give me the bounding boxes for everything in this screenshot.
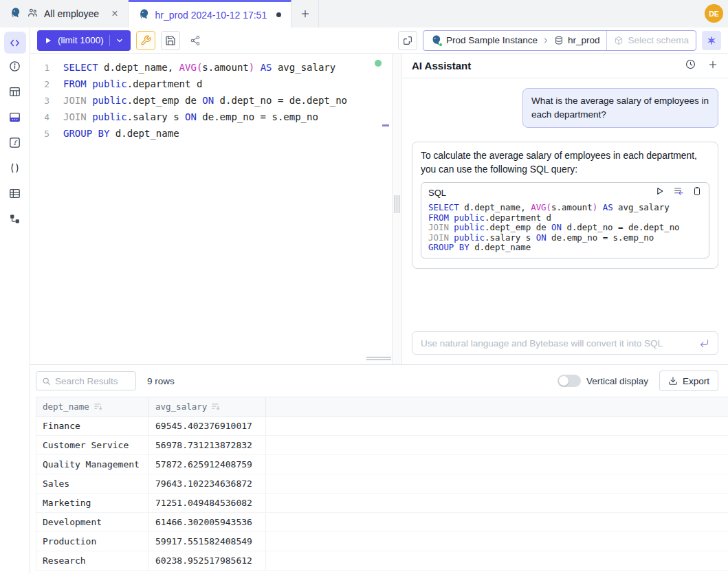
code-line: GROUP BY d.dept_name (428, 242, 702, 252)
column-header-avg-salary[interactable]: avg_salary (149, 397, 266, 416)
code-line: 3JOIN public.dept_emp de ON d.dept_no = … (30, 92, 392, 109)
run-label: (limit 1000) (58, 35, 104, 45)
share-icon (190, 35, 201, 46)
horizontal-grip-icon[interactable] (366, 357, 391, 357)
panel-resize-divider[interactable] (392, 54, 402, 364)
table-row[interactable]: Marketing71251.049484536082 (36, 494, 728, 513)
overview-ruler-mark (382, 124, 389, 126)
function-icon[interactable]: f (8, 136, 21, 149)
table-row[interactable]: Development61466.302005943536 (36, 513, 728, 532)
export-button[interactable]: Export (659, 371, 718, 391)
table-cell[interactable]: 59917.551582408549 (149, 532, 266, 551)
schema-selector[interactable]: Select schema (606, 31, 696, 50)
avatar[interactable]: DE (705, 4, 723, 23)
ai-assistant-button[interactable] (702, 31, 721, 50)
ai-input-box[interactable] (412, 331, 718, 355)
sql-editor[interactable]: 1SELECT d.dept_name, AVG(s.amount) AS av… (30, 54, 392, 364)
copy-icon[interactable] (692, 186, 702, 199)
tab-label: All employee (44, 8, 99, 19)
parentheses-icon[interactable] (8, 162, 21, 175)
sql-editor-lines: 1SELECT d.dept_name, AVG(s.amount) AS av… (30, 59, 392, 142)
table-header-row: dept_name avg_salary (36, 397, 728, 417)
ai-response-text: To calculate the average salary of emplo… (421, 149, 709, 177)
table-rows-icon[interactable] (8, 187, 21, 200)
table-row[interactable]: Quality Management57872.625912408759 (36, 455, 728, 474)
run-query-button[interactable]: (limit 1000) (37, 30, 131, 51)
table-row[interactable]: Production59917.551582408549 (36, 532, 728, 551)
run-sql-icon[interactable] (655, 186, 665, 199)
sort-icon[interactable] (93, 402, 102, 411)
table-grid-icon[interactable] (8, 85, 21, 98)
new-tab-button[interactable] (291, 0, 319, 27)
save-icon (165, 35, 176, 46)
ai-response-card: To calculate the average salary of emplo… (412, 142, 718, 269)
history-clock-icon[interactable] (685, 58, 696, 73)
table-row[interactable]: Finance69545.402376910017 (36, 417, 728, 436)
ai-input[interactable] (421, 338, 694, 349)
schema-diagram-icon[interactable] (8, 212, 21, 225)
sort-icon[interactable] (211, 402, 220, 411)
chevron-down-icon (115, 36, 124, 45)
table-cell[interactable]: 56978.731213872832 (149, 436, 266, 454)
enter-return-icon[interactable] (699, 338, 709, 349)
column-header-dept-name[interactable]: dept_name (36, 397, 149, 416)
sql-editor-button[interactable] (4, 32, 26, 54)
table-cell[interactable]: Production (36, 532, 149, 551)
export-label: Export (683, 376, 709, 386)
schema-cube-icon (614, 36, 624, 45)
table-cell[interactable]: Marketing (36, 494, 149, 512)
code-line: SELECT d.dept_name, AVG(s.amount) AS avg… (428, 202, 702, 212)
divider (109, 35, 110, 46)
ai-assistant-header: AI Assistant (402, 54, 728, 78)
instance-database-selector[interactable]: Prod Sample Instance hr_prod (423, 31, 606, 50)
svg-text:f: f (14, 140, 18, 146)
vertical-display-label: Vertical display (586, 376, 648, 386)
save-button[interactable] (161, 31, 180, 50)
table-row[interactable]: Research60238.952517985612 (36, 551, 728, 571)
table-row[interactable]: Sales79643.102234636872 (36, 474, 728, 494)
vertical-grip-icon[interactable] (395, 195, 395, 213)
table-row[interactable]: Customer Service56978.731213872832 (36, 436, 728, 455)
schema-placeholder: Select schema (628, 35, 689, 45)
table-cell[interactable]: 71251.049484536082 (149, 494, 266, 512)
results-toolbar: 9 rows Vertical display Export (30, 365, 728, 397)
info-icon[interactable] (8, 60, 21, 73)
table-cell[interactable]: Sales (36, 474, 149, 493)
table-cell[interactable]: Quality Management (36, 455, 149, 474)
table-cell[interactable]: 69545.402376910017 (149, 417, 266, 435)
download-icon (668, 376, 678, 386)
table-cell[interactable]: Development (36, 513, 149, 531)
clone-sheet-button[interactable] (398, 31, 417, 50)
table-cell[interactable]: 57872.625912408759 (149, 455, 266, 474)
line-number: 2 (30, 79, 49, 89)
table-cell[interactable]: 61466.302005943536 (149, 513, 266, 531)
search-input[interactable] (55, 376, 130, 386)
openai-icon (706, 35, 717, 46)
table-cell[interactable]: Customer Service (36, 436, 149, 454)
line-number: 5 (30, 129, 49, 139)
results-rows: Finance69545.402376910017Customer Servic… (36, 417, 728, 571)
tab-all-employee[interactable]: All employee × (0, 0, 129, 27)
ai-assistant-panel: AI Assistant What is the averag (402, 54, 728, 364)
column-label: avg_salary (155, 401, 207, 412)
table-cell[interactable]: Finance (36, 417, 149, 435)
table-cell[interactable]: 79643.102234636872 (149, 474, 266, 493)
tab-hr-prod[interactable]: hr_prod 2024-10-12 17:51 (129, 0, 292, 27)
ai-chat-area: What is the average salary of employees … (402, 78, 728, 331)
admin-wrench-button[interactable] (136, 31, 155, 50)
ai-sql-codeblock: SQL (421, 182, 709, 258)
table-cell[interactable]: Research (36, 551, 149, 570)
new-chat-plus-icon[interactable] (707, 59, 718, 73)
user-message-bubble: What is the average salary of employees … (522, 88, 718, 128)
close-tab-icon[interactable]: × (111, 8, 118, 19)
code-line: 2FROM public.department d (30, 76, 392, 92)
connection-ok-dot (375, 60, 382, 67)
results-search-box[interactable] (36, 371, 136, 390)
vertical-display-toggle[interactable] (558, 375, 581, 387)
editor-toolbar: (limit 1000) (30, 27, 728, 54)
insert-sql-icon[interactable] (673, 186, 684, 199)
share-button[interactable] (186, 31, 205, 50)
table-cell[interactable]: 60238.952517985612 (149, 551, 266, 570)
database-icon (554, 36, 564, 45)
sheet-icon[interactable] (8, 111, 21, 124)
